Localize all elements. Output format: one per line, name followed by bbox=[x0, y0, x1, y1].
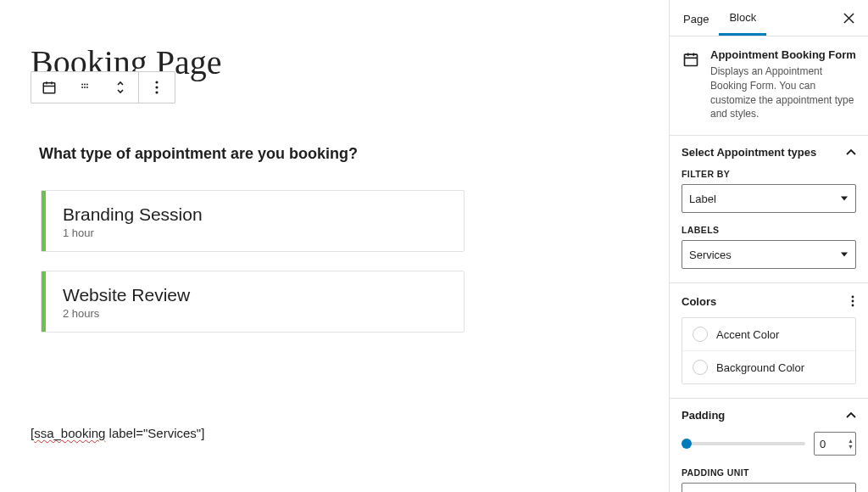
chevron-up-icon bbox=[846, 412, 856, 419]
more-options-icon[interactable] bbox=[849, 294, 856, 309]
appointment-title: Website Review bbox=[63, 285, 190, 305]
accent-color-row[interactable]: Accent Color bbox=[682, 318, 855, 350]
shortcode-text[interactable]: [ssa_booking label="Services"] bbox=[31, 426, 638, 440]
svg-point-5 bbox=[84, 84, 86, 86]
swatch-icon bbox=[693, 327, 708, 342]
close-icon[interactable] bbox=[833, 4, 865, 32]
svg-point-19 bbox=[852, 296, 854, 299]
svg-point-11 bbox=[155, 86, 158, 88]
panel-header[interactable]: Padding bbox=[682, 409, 856, 422]
appointment-title: Branding Session bbox=[63, 204, 203, 225]
appointment-duration: 1 hour bbox=[63, 226, 203, 239]
block-desc-text: Displays an Appointment Booking Form. Yo… bbox=[710, 64, 856, 121]
svg-point-4 bbox=[81, 84, 83, 86]
drag-handle-icon[interactable] bbox=[67, 72, 103, 103]
panel-header[interactable]: Select Appointment types bbox=[682, 146, 856, 159]
slider-knob[interactable] bbox=[682, 439, 692, 449]
appointment-list: Branding Session 1 hour Website Review 2… bbox=[41, 190, 638, 333]
svg-rect-15 bbox=[685, 54, 698, 65]
settings-sidebar: Page Block Appointment Booking Form Disp… bbox=[669, 0, 868, 492]
block-description: Appointment Booking Form Displays an App… bbox=[670, 36, 868, 136]
block-toolbar bbox=[31, 71, 175, 103]
block-title: Appointment Booking Form bbox=[710, 48, 856, 61]
appointment-card[interactable]: Website Review 2 hours bbox=[41, 271, 465, 333]
tab-block[interactable]: Block bbox=[719, 0, 766, 36]
svg-point-10 bbox=[155, 81, 158, 83]
padding-unit-label: PADDING UNIT bbox=[682, 467, 856, 478]
appointment-card[interactable]: Branding Session 1 hour bbox=[41, 190, 465, 252]
svg-point-21 bbox=[852, 305, 854, 307]
svg-point-20 bbox=[852, 300, 854, 303]
svg-point-12 bbox=[155, 91, 158, 93]
padding-unit-select[interactable]: px bbox=[682, 483, 856, 492]
more-options-icon[interactable] bbox=[139, 72, 175, 103]
calendar-icon[interactable] bbox=[31, 72, 67, 103]
panel-padding: Padding 0 ▲ ▼ PADDING UNIT px bbox=[670, 399, 868, 492]
move-updown-icon[interactable] bbox=[103, 72, 138, 103]
filter-by-select[interactable]: Label bbox=[682, 184, 856, 213]
svg-point-9 bbox=[86, 87, 88, 88]
panel-colors: Colors Accent Color Background Color bbox=[670, 283, 868, 399]
calendar-icon bbox=[682, 50, 700, 69]
background-color-row[interactable]: Background Color bbox=[682, 350, 855, 383]
labels-label: LABELS bbox=[682, 225, 856, 235]
svg-point-6 bbox=[86, 84, 88, 86]
colors-title: Colors bbox=[682, 295, 716, 308]
panel-appointment-types: Select Appointment types FILTER BY Label… bbox=[670, 136, 868, 283]
booking-prompt: What type of appointment are you booking… bbox=[39, 145, 638, 163]
stepper-down-icon[interactable]: ▼ bbox=[848, 444, 854, 450]
swatch-icon bbox=[693, 360, 708, 375]
chevron-up-icon bbox=[846, 149, 856, 156]
tab-page[interactable]: Page bbox=[673, 2, 719, 35]
padding-input[interactable]: 0 ▲ ▼ bbox=[814, 432, 856, 456]
svg-rect-0 bbox=[43, 83, 55, 93]
editor-canvas: Booking Page bbox=[0, 0, 669, 492]
labels-select[interactable]: Services bbox=[682, 240, 856, 269]
filter-by-label: FILTER BY bbox=[682, 169, 856, 179]
svg-point-7 bbox=[81, 87, 83, 88]
stepper-up-icon[interactable]: ▲ bbox=[848, 438, 854, 444]
svg-point-8 bbox=[84, 87, 86, 88]
sidebar-tabs: Page Block bbox=[670, 0, 868, 36]
appointment-duration: 2 hours bbox=[63, 307, 190, 320]
padding-slider[interactable] bbox=[682, 442, 805, 445]
